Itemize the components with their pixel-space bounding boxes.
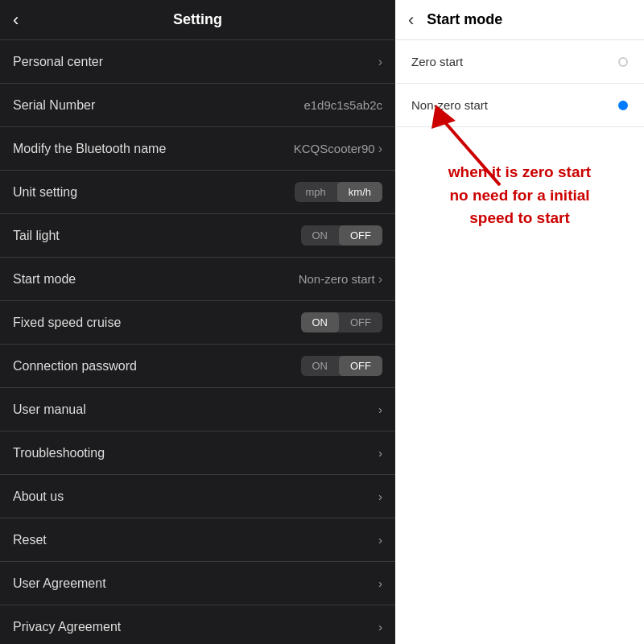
serial-number-value: e1d9c1s5ab2c	[303, 98, 382, 112]
bluetooth-label: Modify the Bluetooth name	[13, 142, 166, 156]
cruise-label: Fixed speed cruise	[13, 316, 121, 330]
settings-panel: ‹ Setting Personal center › Serial Numbe…	[0, 0, 395, 644]
settings-list: Personal center › Serial Number e1d9c1s5…	[0, 40, 395, 644]
password-toggle-off[interactable]: OFF	[339, 356, 382, 376]
annotation-text-block: when it is zero start no need for a init…	[411, 161, 628, 230]
settings-item-reset[interactable]: Reset ›	[0, 518, 395, 562]
startmode-label: Start mode	[13, 272, 76, 287]
settings-item-user-manual[interactable]: User manual ›	[0, 388, 395, 431]
zero-start-radio[interactable]	[618, 57, 628, 67]
settings-item-bluetooth[interactable]: Modify the Bluetooth name KCQScooter90 ›	[0, 127, 395, 171]
annotation-line2: no need for a initial	[411, 184, 628, 208]
password-toggle-group: ON OFF	[301, 356, 383, 376]
startmode-header: ‹ Start mode	[395, 0, 644, 40]
about-us-label: About us	[13, 489, 64, 504]
taillight-label: Tail light	[13, 229, 60, 243]
settings-item-unit: Unit setting mph km/h	[0, 171, 395, 214]
startmode-title: Start mode	[427, 11, 502, 28]
settings-item-troubleshooting[interactable]: Troubleshooting ›	[0, 431, 395, 475]
unit-toggle-kmh[interactable]: km/h	[337, 182, 382, 202]
startmode-panel: ‹ Start mode Zero start Non-zero start w…	[395, 0, 644, 644]
settings-header: ‹ Setting	[0, 0, 395, 40]
annotation-area: when it is zero start no need for a init…	[403, 89, 636, 483]
settings-back-button[interactable]: ‹	[13, 10, 19, 31]
settings-title: Setting	[173, 11, 222, 28]
user-agreement-label: User Agreement	[13, 576, 106, 591]
unit-toggle-mph[interactable]: mph	[295, 182, 337, 202]
settings-item-password: Connection password ON OFF	[0, 345, 395, 388]
startmode-chevron: ›	[378, 272, 382, 287]
bluetooth-value-text: KCQScooter90	[294, 142, 375, 155]
user-manual-chevron: ›	[378, 402, 382, 416]
taillight-toggle-group: ON OFF	[301, 225, 383, 246]
about-us-chevron: ›	[378, 489, 382, 503]
startmode-value-text: Non-zero start	[299, 272, 375, 286]
cruise-toggle-group: ON OFF	[301, 312, 383, 332]
bluetooth-chevron: ›	[378, 142, 382, 156]
personal-center-chevron: ›	[378, 55, 382, 69]
startmode-option-zero[interactable]: Zero start	[395, 40, 644, 84]
settings-item-serial-number: Serial Number e1d9c1s5ab2c	[0, 84, 395, 127]
settings-item-about-us[interactable]: About us ›	[0, 475, 395, 518]
privacy-agreement-label: Privacy Agreement	[13, 620, 121, 634]
password-toggle-on[interactable]: ON	[301, 356, 340, 376]
settings-item-taillight: Tail light ON OFF	[0, 214, 395, 258]
svg-marker-1	[431, 105, 456, 129]
troubleshooting-chevron: ›	[378, 446, 382, 460]
user-manual-label: User manual	[13, 402, 86, 417]
serial-number-label: Serial Number	[13, 98, 95, 113]
user-agreement-chevron: ›	[378, 576, 382, 590]
unit-toggle-group: mph km/h	[295, 182, 382, 202]
startmode-back-button[interactable]: ‹	[408, 10, 414, 31]
reset-label: Reset	[13, 533, 47, 547]
settings-item-personal-center[interactable]: Personal center ›	[0, 40, 395, 84]
settings-item-privacy-agreement[interactable]: Privacy Agreement ›	[0, 605, 395, 644]
settings-item-user-agreement[interactable]: User Agreement ›	[0, 562, 395, 605]
annotation-line1: when it is zero start	[411, 161, 628, 184]
startmode-value: Non-zero start ›	[299, 272, 382, 287]
zero-start-label: Zero start	[411, 55, 463, 68]
reset-chevron: ›	[378, 533, 382, 547]
taillight-toggle-off[interactable]: OFF	[339, 225, 382, 246]
privacy-agreement-chevron: ›	[378, 620, 382, 634]
troubleshooting-label: Troubleshooting	[13, 446, 105, 460]
bluetooth-value: KCQScooter90 ›	[294, 142, 382, 156]
cruise-toggle-off[interactable]: OFF	[339, 312, 382, 332]
personal-center-label: Personal center	[13, 55, 103, 69]
settings-item-cruise: Fixed speed cruise ON OFF	[0, 301, 395, 345]
annotation-line3: speed to start	[411, 207, 628, 230]
password-label: Connection password	[13, 359, 137, 374]
settings-item-startmode[interactable]: Start mode Non-zero start ›	[0, 258, 395, 301]
taillight-toggle-on[interactable]: ON	[301, 225, 340, 246]
unit-label: Unit setting	[13, 185, 77, 200]
cruise-toggle-on[interactable]: ON	[301, 312, 340, 332]
